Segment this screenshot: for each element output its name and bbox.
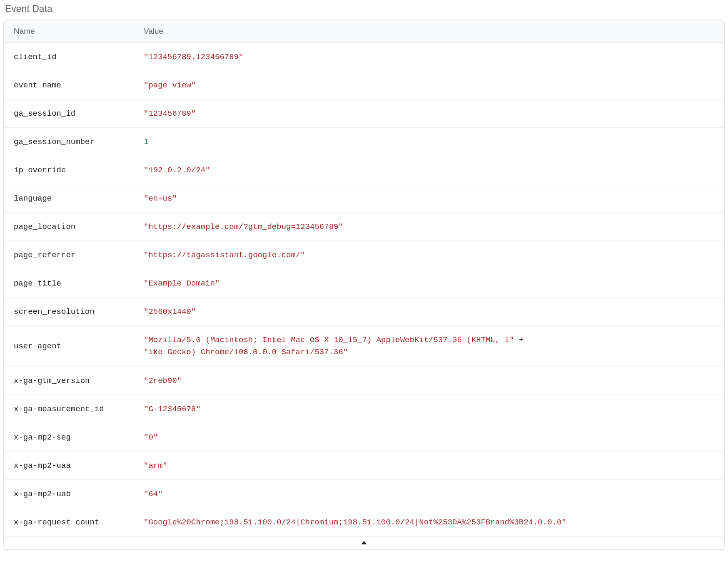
table-row[interactable]: x-ga-request_count"Google%20Chrome;198.5… — [4, 508, 724, 536]
table-row[interactable]: language"en-us" — [4, 184, 724, 213]
row-value: "Google%20Chrome;198.51.100.0/24|Chromiu… — [144, 518, 714, 527]
row-value: "123456789" — [144, 109, 714, 118]
row-value: "en-us" — [144, 194, 714, 203]
table-row[interactable]: x-ga-measurement_id"G-12345678" — [4, 395, 724, 423]
row-value: "https://example.com/?gtm_debug=12345678… — [144, 222, 714, 231]
row-name: page_referrer — [14, 251, 144, 260]
row-name: user_agent — [14, 342, 144, 351]
row-name: ga_session_number — [14, 137, 144, 146]
row-name: x-ga-mp2-uaa — [14, 461, 144, 470]
row-value: "Example Domain" — [144, 279, 714, 288]
table-row[interactable]: client_id"123456789.123456789" — [4, 43, 724, 71]
row-name: page_title — [14, 279, 144, 288]
collapse-button[interactable] — [4, 536, 724, 549]
table-row[interactable]: x-ga-mp2-uaa"arm" — [4, 452, 724, 480]
table-row[interactable]: ip_override"192.0.2.0/24" — [4, 156, 724, 184]
row-name: x-ga-mp2-uab — [14, 489, 144, 499]
column-header-value: Value — [144, 27, 714, 36]
table-row[interactable]: screen_resolution"2560x1440" — [4, 298, 724, 326]
table-header: Name Value — [4, 20, 724, 43]
chevron-up-icon — [361, 541, 367, 544]
row-name: page_location — [14, 222, 144, 231]
table-row[interactable]: user_agent"Mozilla/5.0 (Macintosh; Intel… — [4, 326, 724, 367]
table-row[interactable]: x-ga-mp2-seg"0" — [4, 423, 724, 452]
row-name: x-ga-measurement_id — [14, 405, 144, 414]
row-name: x-ga-request_count — [14, 518, 144, 527]
row-value: "Mozilla/5.0 (Macintosh; Intel Mac OS X … — [144, 334, 714, 358]
table-row[interactable]: page_referrer"https://tagassistant.googl… — [4, 241, 724, 269]
row-name: event_name — [14, 81, 144, 90]
row-name: client_id — [14, 52, 144, 62]
row-value: "0" — [144, 433, 714, 442]
row-value: "2reb90" — [144, 376, 714, 385]
page-title: Event Data — [5, 3, 725, 15]
row-name: x-ga-mp2-seg — [14, 433, 144, 442]
row-value: "64" — [144, 489, 714, 499]
table-row[interactable]: ga_session_number1 — [4, 128, 724, 156]
row-value: "G-12345678" — [144, 405, 714, 414]
row-value: 1 — [144, 137, 714, 146]
table-row[interactable]: event_name"page_view" — [4, 71, 724, 99]
table-row[interactable]: ga_session_id"123456789" — [4, 99, 724, 128]
table-row[interactable]: page_location"https://example.com/?gtm_d… — [4, 213, 724, 241]
row-value: "arm" — [144, 461, 714, 470]
row-name: ga_session_id — [14, 109, 144, 118]
row-name: ip_override — [14, 166, 144, 175]
table-row[interactable]: x-ga-mp2-uab"64" — [4, 480, 724, 508]
table-row[interactable]: page_title"Example Domain" — [4, 269, 724, 298]
row-name: screen_resolution — [14, 307, 144, 316]
table-row[interactable]: x-ga-gtm_version"2reb90" — [4, 367, 724, 395]
column-header-name: Name — [14, 27, 144, 36]
row-name: x-ga-gtm_version — [14, 376, 144, 385]
row-value: "page_view" — [144, 81, 714, 90]
row-value: "https://tagassistant.google.com/" — [144, 251, 714, 260]
row-value: "2560x1440" — [144, 307, 714, 316]
row-value: "192.0.2.0/24" — [144, 166, 714, 175]
row-name: language — [14, 194, 144, 203]
event-data-table: Name Value client_id"123456789.123456789… — [3, 20, 725, 550]
row-value: "123456789.123456789" — [144, 52, 714, 62]
